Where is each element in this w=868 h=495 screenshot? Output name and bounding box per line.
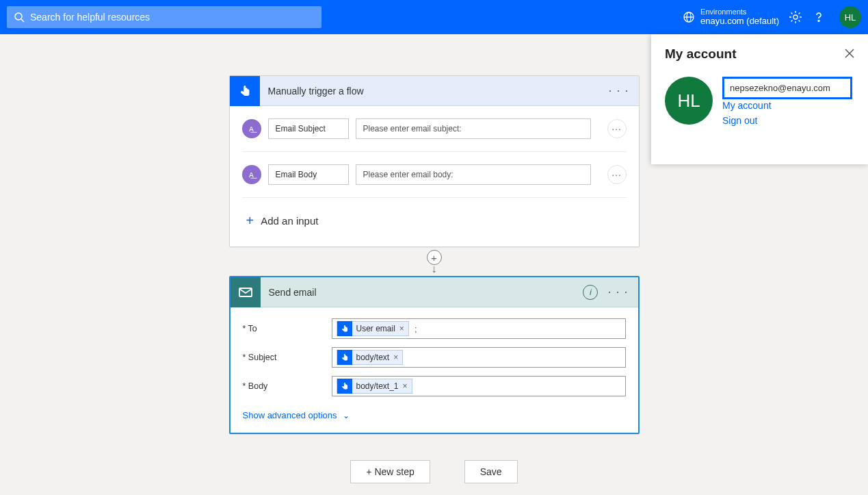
pointer-icon [337, 379, 352, 394]
field-label: * Body [243, 381, 332, 391]
field-label: * Subject [243, 353, 332, 362]
search-input[interactable] [30, 12, 315, 23]
top-header: Environments enayu.com (default) HL [0, 0, 868, 34]
account-panel-title: My account [665, 47, 737, 62]
pointer-icon [237, 84, 252, 99]
advanced-label: Show advanced options [243, 410, 337, 420]
plus-icon: + [246, 213, 254, 229]
show-advanced-options[interactable]: Show advanced options ⌄ [243, 401, 626, 433]
add-input-button[interactable]: + Add an input [242, 198, 627, 246]
trigger-card[interactable]: Manually trigger a flow · · · A͟ Email S… [229, 75, 640, 247]
search-box[interactable] [7, 6, 321, 28]
field-label: * To [243, 324, 332, 333]
token-label: User email [356, 324, 395, 333]
new-step-button[interactable]: + New step [350, 460, 430, 483]
dynamic-token[interactable]: User email × [337, 321, 409, 336]
trigger-menu-button[interactable]: · · · [608, 84, 629, 98]
my-account-link[interactable]: My account [722, 100, 772, 111]
info-button[interactable]: i [583, 285, 598, 300]
svg-point-6 [818, 21, 819, 22]
environment-name: enayu.com (default) [700, 16, 779, 27]
field-body-row: * Body body/text_1 × [243, 372, 626, 401]
environment-label: Environments [700, 8, 779, 16]
dynamic-token[interactable]: body/text × [337, 350, 404, 365]
input-label-box[interactable]: Email Body [268, 164, 349, 185]
text-type-icon: A͟ [242, 119, 261, 138]
trigger-title: Manually trigger a flow [268, 86, 364, 97]
svg-line-1 [21, 19, 24, 22]
svg-point-0 [15, 13, 22, 20]
globe-icon [683, 11, 695, 23]
trigger-icon-tile [230, 76, 260, 106]
subject-input[interactable]: body/text × [332, 347, 626, 368]
input-row-menu[interactable]: ··· [607, 119, 627, 138]
action-icon-tile [231, 277, 261, 307]
token-remove[interactable]: × [403, 381, 408, 391]
environment-selector[interactable]: Environments enayu.com (default) [683, 8, 779, 27]
footer-buttons: + New step Save [229, 460, 640, 483]
add-input-label: Add an input [261, 215, 318, 227]
token-label: body/text [356, 353, 390, 362]
token-remove[interactable]: × [399, 324, 404, 333]
search-icon [14, 12, 25, 23]
help-button[interactable] [812, 10, 826, 24]
input-row-menu[interactable]: ··· [607, 165, 627, 184]
sign-out-link[interactable]: Sign out [722, 115, 772, 126]
field-to-row: * To User email × ; [243, 314, 626, 343]
token-remove[interactable]: × [393, 353, 398, 362]
action-card-header[interactable]: Send email i · · · [231, 277, 638, 307]
pointer-icon [337, 321, 352, 336]
to-input[interactable]: User email × ; [332, 318, 626, 339]
input-placeholder-box[interactable]: Please enter email subject: [356, 118, 591, 139]
arrow-down-icon: ↓ [432, 264, 437, 275]
close-icon [845, 49, 854, 58]
action-title: Send email [269, 287, 317, 298]
user-avatar[interactable]: HL [839, 6, 861, 28]
action-menu-button[interactable]: · · · [607, 285, 628, 299]
token-label: body/text_1 [356, 381, 399, 391]
input-label-box[interactable]: Email Subject [268, 118, 349, 139]
field-subject-row: * Subject body/text × [243, 343, 626, 372]
account-avatar: HL [665, 77, 713, 125]
trigger-input-row: A͟ Email Body Please enter email body: ·… [242, 152, 627, 198]
gear-icon [789, 10, 802, 24]
trigger-input-row: A͟ Email Subject Please enter email subj… [242, 106, 627, 152]
svg-point-5 [793, 15, 798, 19]
save-button[interactable]: Save [464, 460, 518, 483]
account-email[interactable]: nepsezekno@enayu.com [722, 77, 852, 99]
action-card[interactable]: Send email i · · · * To User email × ; [229, 276, 640, 434]
mail-icon [237, 284, 254, 301]
to-suffix: ; [415, 324, 417, 334]
settings-button[interactable] [789, 10, 802, 24]
help-icon [812, 10, 826, 24]
pointer-icon [337, 350, 352, 365]
chevron-down-icon: ⌄ [343, 411, 350, 420]
close-button[interactable] [845, 47, 854, 62]
body-input[interactable]: body/text_1 × [332, 376, 626, 396]
text-type-icon: A͟ [242, 165, 261, 184]
trigger-card-header[interactable]: Manually trigger a flow · · · [230, 76, 639, 106]
account-panel: My account HL nepsezekno@enayu.com My ac… [651, 34, 868, 164]
input-placeholder-box[interactable]: Please enter email body: [356, 164, 591, 185]
connector: + ↓ [229, 247, 640, 276]
dynamic-token[interactable]: body/text_1 × [337, 379, 412, 394]
